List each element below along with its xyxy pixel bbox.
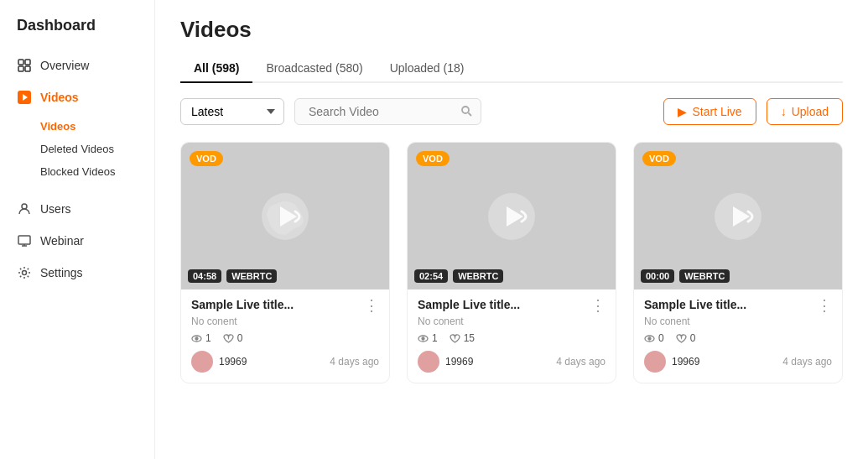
- sidebar: Dashboard Overview Videos Videos Deleted…: [0, 0, 155, 459]
- video-thumbnail-2[interactable]: VOD 02:54 WEBRTC: [408, 143, 616, 289]
- time-ago-2: 4 days ago: [556, 356, 606, 368]
- vod-badge-3: VOD: [642, 151, 676, 166]
- video-stats-1: 1 0: [191, 332, 379, 344]
- sidebar-item-videos-label: Videos: [40, 91, 79, 104]
- avatar-1: [191, 351, 213, 373]
- video-footer-2: 19969 4 days ago: [418, 351, 606, 373]
- sidebar-subitem-blocked-videos[interactable]: Blocked Videos: [40, 160, 154, 183]
- svg-line-12: [469, 112, 472, 116]
- tab-broadcasted[interactable]: Broadcasted (580): [252, 55, 376, 83]
- sidebar-sub-videos: Videos Deleted Videos Blocked Videos: [0, 113, 154, 185]
- eye-icon-3: [644, 333, 655, 344]
- svg-rect-3: [25, 66, 30, 71]
- sort-select[interactable]: Latest Oldest Most Viewed: [180, 98, 284, 125]
- toolbar: Latest Oldest Most Viewed ▶ Start Live ↓…: [180, 98, 843, 125]
- tab-uploaded[interactable]: Uploaded (18): [377, 55, 478, 83]
- upload-label: Upload: [792, 105, 829, 118]
- likes-count-2: 15: [464, 332, 475, 344]
- svg-point-15: [195, 337, 198, 340]
- video-grid: VOD 04:58 WEBRTC Sample Live title... ⋮: [180, 142, 843, 383]
- start-live-button[interactable]: ▶ Start Live: [663, 98, 756, 125]
- video-desc-2: No conent: [418, 316, 606, 327]
- monitor-icon: [17, 233, 32, 248]
- video-title-1: Sample Live title...: [191, 298, 359, 311]
- upload-icon: ↓: [781, 105, 787, 118]
- svg-point-21: [648, 337, 651, 340]
- play-logo-icon-1: [258, 190, 312, 243]
- user-info-3: 19969: [644, 351, 699, 373]
- sidebar-subitem-deleted-videos[interactable]: Deleted Videos: [40, 138, 154, 160]
- tab-all[interactable]: All (598): [180, 55, 252, 83]
- video-title-2: Sample Live title...: [418, 298, 585, 311]
- sidebar-title: Dashboard: [0, 17, 154, 50]
- avatar-2: [418, 351, 439, 373]
- upload-button[interactable]: ↓ Upload: [767, 98, 843, 125]
- svg-point-10: [23, 271, 27, 275]
- views-stat-1: 1: [191, 332, 211, 344]
- video-thumbnail-3[interactable]: VOD 00:00 WEBRTC: [634, 143, 842, 289]
- video-info-3: Sample Live title... ⋮ No conent 0 0: [634, 289, 842, 383]
- video-stats-3: 0 0: [644, 332, 832, 344]
- start-live-icon: ▶: [678, 105, 687, 118]
- video-meta-bar-3: 00:00 WEBRTC: [641, 269, 730, 283]
- video-thumbnail-1[interactable]: VOD 04:58 WEBRTC: [181, 143, 389, 289]
- sidebar-item-overview[interactable]: Overview: [0, 50, 154, 81]
- play-logo-icon-3: [711, 190, 765, 243]
- search-input[interactable]: [304, 99, 460, 124]
- views-count-3: 0: [658, 332, 664, 344]
- video-title-row-1: Sample Live title... ⋮: [191, 298, 379, 313]
- svg-point-11: [462, 107, 469, 113]
- video-info-2: Sample Live title... ⋮ No conent 1 15: [408, 289, 616, 383]
- duration-badge-2: 02:54: [414, 269, 448, 283]
- video-footer-3: 19969 4 days ago: [644, 351, 832, 373]
- views-stat-3: 0: [644, 332, 664, 344]
- sidebar-subitem-videos[interactable]: Videos: [40, 115, 154, 138]
- video-meta-bar-1: 04:58 WEBRTC: [188, 269, 277, 283]
- username-1: 19969: [219, 356, 247, 368]
- sidebar-item-users[interactable]: Users: [0, 193, 154, 225]
- heart-icon-1: [223, 333, 234, 344]
- user-info-2: 19969: [418, 351, 473, 373]
- svg-point-18: [422, 337, 424, 340]
- search-box: [294, 98, 481, 125]
- likes-count-1: 0: [237, 332, 243, 344]
- tech-badge-1: WEBRTC: [226, 269, 277, 283]
- views-stat-2: 1: [418, 332, 438, 344]
- likes-stat-2: 15: [450, 332, 475, 344]
- username-2: 19969: [445, 356, 473, 368]
- sidebar-item-webinar[interactable]: Webinar: [0, 225, 154, 257]
- username-3: 19969: [672, 356, 699, 368]
- sidebar-item-videos[interactable]: Videos: [0, 81, 154, 113]
- video-meta-bar-2: 02:54 WEBRTC: [414, 269, 503, 283]
- video-title-row-2: Sample Live title... ⋮: [418, 298, 606, 313]
- time-ago-3: 4 days ago: [782, 356, 832, 368]
- duration-badge-1: 04:58: [188, 269, 221, 283]
- svg-rect-0: [18, 60, 23, 65]
- play-logo-icon-2: [485, 190, 538, 243]
- svg-point-6: [22, 204, 27, 209]
- eye-icon-1: [191, 333, 202, 344]
- play-circle-icon: [17, 90, 32, 105]
- views-count-1: 1: [205, 332, 211, 344]
- sidebar-item-overview-label: Overview: [40, 59, 89, 72]
- tabs-bar: All (598) Broadcasted (580) Uploaded (18…: [180, 55, 843, 83]
- video-more-button-2[interactable]: ⋮: [585, 298, 606, 313]
- main-content: Videos All (598) Broadcasted (580) Uploa…: [155, 0, 868, 459]
- video-desc-1: No conent: [191, 316, 379, 327]
- video-title-row-3: Sample Live title... ⋮: [644, 298, 832, 313]
- user-info-1: 19969: [191, 351, 247, 373]
- video-more-button-1[interactable]: ⋮: [359, 298, 379, 313]
- time-ago-1: 4 days ago: [330, 356, 379, 368]
- user-icon: [17, 201, 32, 216]
- sidebar-item-webinar-label: Webinar: [40, 234, 84, 248]
- tech-badge-3: WEBRTC: [679, 269, 730, 283]
- video-card-2: VOD 02:54 WEBRTC Sample Live title... ⋮ …: [407, 142, 616, 383]
- sidebar-item-settings[interactable]: Settings: [0, 257, 154, 289]
- video-more-button-3[interactable]: ⋮: [812, 298, 832, 313]
- heart-icon-3: [676, 333, 687, 344]
- sidebar-item-settings-label: Settings: [40, 266, 83, 279]
- video-info-1: Sample Live title... ⋮ No conent 1 0: [181, 289, 389, 383]
- search-icon: [460, 105, 472, 119]
- svg-rect-7: [18, 236, 30, 244]
- page-title: Videos: [180, 17, 843, 43]
